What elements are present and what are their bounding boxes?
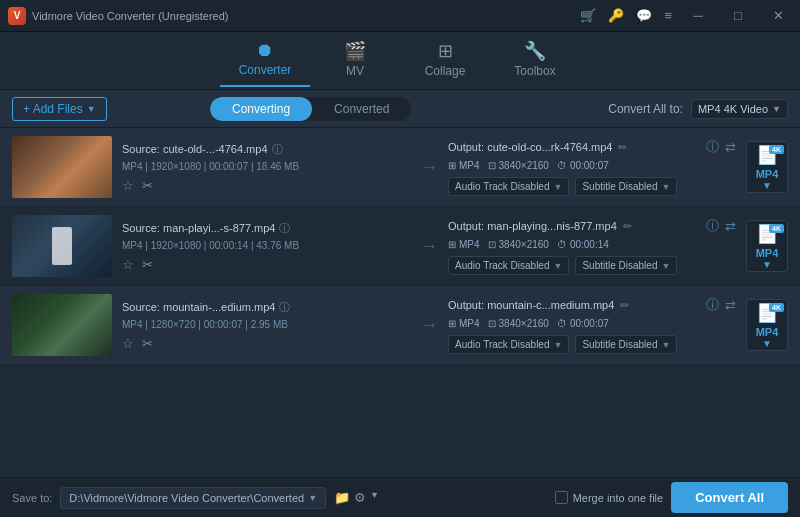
- output-section: Output: man-playing...nis-877.mp4 ✏ ⓘ ⇄ …: [448, 217, 736, 275]
- format-thumb-dropdown-icon[interactable]: ▼: [762, 259, 772, 270]
- 4k-badge: 4K: [769, 224, 784, 233]
- add-files-dropdown-icon[interactable]: ▼: [87, 104, 96, 114]
- format-grid-icon: ⊞: [448, 239, 456, 250]
- output-section: Output: cute-old-co...rk-4764.mp4 ✏ ⓘ ⇄ …: [448, 138, 736, 196]
- tab-mv[interactable]: 🎬 MV: [310, 35, 400, 87]
- format-thumb-dropdown-icon[interactable]: ▼: [762, 338, 772, 349]
- audio-track-value: Audio Track Disabled: [455, 181, 550, 192]
- add-files-label: + Add Files: [23, 102, 83, 116]
- output-settings-icon[interactable]: ⇄: [725, 140, 736, 155]
- convert-all-button[interactable]: Convert All: [671, 482, 788, 513]
- arrow-right-icon: →: [420, 236, 438, 257]
- converting-tab[interactable]: Converting: [210, 97, 312, 121]
- edit-icon[interactable]: ✏: [623, 220, 632, 233]
- maximize-button[interactable]: □: [724, 7, 752, 25]
- app-title: Vidmore Video Converter (Unregistered): [32, 10, 228, 22]
- tab-collage[interactable]: ⊞ Collage: [400, 35, 490, 87]
- file-item: Source: cute-old-...-4764.mp4 ⓘ MP4 | 19…: [0, 128, 800, 207]
- cut-icon[interactable]: ✂: [142, 178, 153, 193]
- edit-icon[interactable]: ✏: [618, 141, 627, 154]
- output-settings-icon[interactable]: ⇄: [725, 298, 736, 313]
- menu-icon[interactable]: ≡: [664, 8, 672, 23]
- minimize-button[interactable]: ─: [684, 7, 712, 25]
- subtitle-dropdown[interactable]: Subtitle Disabled ▼: [575, 256, 677, 275]
- path-dropdown-arrow-icon[interactable]: ▼: [308, 493, 317, 503]
- tab-converter[interactable]: ⏺ Converter: [220, 35, 310, 87]
- subtitle-dropdown-arrow-icon: ▼: [661, 261, 670, 271]
- audio-track-dropdown[interactable]: Audio Track Disabled ▼: [448, 177, 569, 196]
- audio-dropdown-arrow-icon: ▼: [554, 340, 563, 350]
- convert-all-to-section: Convert All to: MP4 4K Video ▼: [608, 99, 788, 119]
- output-info-icon[interactable]: ⓘ: [706, 296, 719, 314]
- cut-icon[interactable]: ✂: [142, 257, 153, 272]
- key-icon[interactable]: 🔑: [608, 8, 624, 23]
- 4k-badge: 4K: [769, 303, 784, 312]
- format-thumbnail: 4K 📄 MP4 ▼: [746, 299, 788, 351]
- add-files-button[interactable]: + Add Files ▼: [12, 97, 107, 121]
- convert-format-select[interactable]: MP4 4K Video ▼: [691, 99, 788, 119]
- save-path-box: D:\Vidmore\Vidmore Video Converter\Conve…: [60, 487, 326, 509]
- output-label: Output: man-playing...nis-877.mp4: [448, 220, 617, 232]
- format-thumbnail: 4K 📄 MP4 ▼: [746, 220, 788, 272]
- star-icon[interactable]: ☆: [122, 178, 134, 193]
- format-badge: ⊞ MP4: [448, 318, 480, 329]
- output-source: Output: man-playing...nis-877.mp4 ✏ ⓘ ⇄: [448, 217, 736, 235]
- collage-icon: ⊞: [438, 40, 453, 62]
- save-to-label: Save to:: [12, 492, 52, 504]
- file-actions: ☆ ✂: [122, 336, 410, 351]
- res-badge: ⊡ 3840×2160: [488, 160, 549, 171]
- output-label: Output: mountain-c...medium.mp4: [448, 299, 614, 311]
- file-info: Source: man-playi...-s-877.mp4 ⓘ MP4 | 1…: [122, 221, 410, 272]
- cut-icon[interactable]: ✂: [142, 336, 153, 351]
- dropdowns-row: Audio Track Disabled ▼ Subtitle Disabled…: [448, 177, 736, 196]
- thumbnail: [12, 215, 112, 277]
- audio-track-dropdown[interactable]: Audio Track Disabled ▼: [448, 335, 569, 354]
- arrow-right-icon: →: [420, 157, 438, 178]
- res-badge: ⊡ 3840×2160: [488, 239, 549, 250]
- output-info-icon[interactable]: ⓘ: [706, 217, 719, 235]
- converter-icon: ⏺: [256, 40, 274, 61]
- folder-icon[interactable]: 📁: [334, 490, 350, 505]
- edit-icon[interactable]: ✏: [620, 299, 629, 312]
- info-icon[interactable]: ⓘ: [272, 142, 283, 157]
- file-source: Source: mountain-...edium.mp4 ⓘ: [122, 300, 410, 315]
- converted-tab[interactable]: Converted: [312, 97, 411, 121]
- file-source: Source: cute-old-...-4764.mp4 ⓘ: [122, 142, 410, 157]
- output-settings-icon[interactable]: ⇄: [725, 219, 736, 234]
- audio-dropdown-arrow-icon: ▼: [554, 261, 563, 271]
- merge-checkbox-input[interactable]: [555, 491, 568, 504]
- app-icon: V: [8, 7, 26, 25]
- convert-format-value: MP4 4K Video: [698, 103, 768, 115]
- format-thumb-dropdown-icon[interactable]: ▼: [762, 180, 772, 191]
- merge-checkbox[interactable]: Merge into one file: [555, 491, 664, 504]
- settings-dropdown-arrow-icon[interactable]: ▼: [370, 490, 379, 505]
- audio-track-dropdown[interactable]: Audio Track Disabled ▼: [448, 256, 569, 275]
- cart-icon[interactable]: 🛒: [580, 8, 596, 23]
- chat-icon[interactable]: 💬: [636, 8, 652, 23]
- arrow-right-icon: →: [420, 315, 438, 336]
- toolbar: + Add Files ▼ Converting Converted Conve…: [0, 90, 800, 128]
- source-label: Source: cute-old-...-4764.mp4: [122, 143, 268, 155]
- merge-label: Merge into one file: [573, 492, 664, 504]
- subtitle-dropdown[interactable]: Subtitle Disabled ▼: [575, 177, 677, 196]
- tab-toolbox[interactable]: 🔧 Toolbox: [490, 35, 580, 87]
- save-path-value: D:\Vidmore\Vidmore Video Converter\Conve…: [69, 492, 304, 504]
- output-source: Output: mountain-c...medium.mp4 ✏ ⓘ ⇄: [448, 296, 736, 314]
- close-button[interactable]: ✕: [764, 7, 792, 25]
- source-label: Source: man-playi...-s-877.mp4: [122, 222, 275, 234]
- settings-icon[interactable]: ⚙: [354, 490, 366, 505]
- info-icon[interactable]: ⓘ: [279, 300, 290, 315]
- format-grid-icon: ⊞: [448, 160, 456, 171]
- subtitle-dropdown[interactable]: Subtitle Disabled ▼: [575, 335, 677, 354]
- converting-converted-tabs: Converting Converted: [210, 97, 411, 121]
- file-item: Source: man-playi...-s-877.mp4 ⓘ MP4 | 1…: [0, 207, 800, 286]
- tab-converter-label: Converter: [239, 63, 292, 77]
- audio-track-value: Audio Track Disabled: [455, 339, 550, 350]
- output-info-icon[interactable]: ⓘ: [706, 138, 719, 156]
- subtitle-value: Subtitle Disabled: [582, 260, 657, 271]
- star-icon[interactable]: ☆: [122, 336, 134, 351]
- subtitle-dropdown-arrow-icon: ▼: [661, 182, 670, 192]
- convert-format-arrow-icon: ▼: [772, 104, 781, 114]
- star-icon[interactable]: ☆: [122, 257, 134, 272]
- info-icon[interactable]: ⓘ: [279, 221, 290, 236]
